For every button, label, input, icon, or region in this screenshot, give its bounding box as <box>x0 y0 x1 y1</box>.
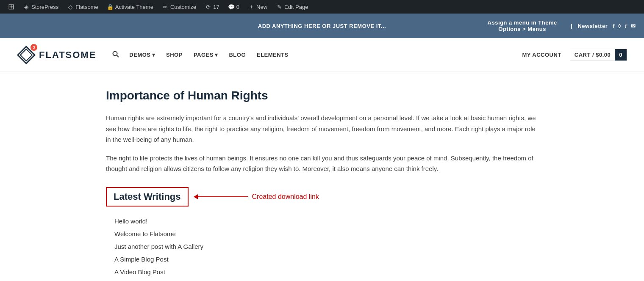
new-label: New <box>256 4 267 10</box>
logo-diamond: 3 <box>17 46 36 64</box>
version-badge: 3 <box>31 44 37 51</box>
comments-count: 0 <box>236 4 239 10</box>
pipe-separator: | <box>571 23 572 29</box>
writing-link-2[interactable]: Welcome to Flatsome <box>114 230 176 237</box>
writing-link-4[interactable]: A Simple Blog Post <box>114 256 169 263</box>
nav-item-demos[interactable]: DEMOS ▾ <box>125 48 159 61</box>
cart-label: CART / $0.00 <box>570 49 615 61</box>
wp-logo-link[interactable]: ⊞ <box>4 0 18 14</box>
writings-list: Hello world! Welcome to Flatsome Just an… <box>114 215 538 278</box>
my-account-link[interactable]: MY ACCOUNT <box>522 52 561 58</box>
latest-writings-header: Latest Writings Created download link <box>106 187 538 207</box>
writing-link-5[interactable]: A Video Blog Post <box>114 268 165 275</box>
cart-count: 0 <box>615 49 627 61</box>
arrow-line <box>197 196 248 197</box>
notification-right: Assign a menu in Theme Options > Menus |… <box>479 19 636 32</box>
flatsome-icon: ◇ <box>67 3 74 10</box>
list-item: Hello world! <box>114 215 538 228</box>
activate-theme-link[interactable]: 🔒 Activate Theme <box>103 0 157 14</box>
pages-chevron-icon: ▾ <box>215 52 218 58</box>
annotation-arrow: Created download link <box>197 193 319 201</box>
page-title: Importance of Human Rights <box>106 89 538 102</box>
page-content: Human rights are extremely important for… <box>106 113 538 174</box>
updates-count: 17 <box>213 4 219 10</box>
svg-point-2 <box>113 51 117 55</box>
list-item: Welcome to Flatsome <box>114 228 538 240</box>
instagram-icon[interactable]: ◊ <box>618 23 621 29</box>
storepress-label: StorePress <box>31 4 58 10</box>
writing-link-1[interactable]: Hello world! <box>114 218 147 225</box>
edit-icon: ✎ <box>276 3 283 10</box>
annotation-text: Created download link <box>252 193 319 201</box>
wp-icon: ⊞ <box>8 3 14 10</box>
pen-icon: ✏ <box>162 3 169 10</box>
notification-bar: ADD ANYTHING HERE OR JUST REMOVE IT... A… <box>0 14 644 38</box>
newsletter-link[interactable]: Newsletter <box>577 23 608 29</box>
nav-item-elements[interactable]: ELEMENTS <box>253 48 293 61</box>
plus-icon: ＋ <box>248 3 255 10</box>
logo-link[interactable]: 3 FLATSOME <box>17 46 96 64</box>
storepress-link[interactable]: ◈ StorePress <box>19 0 62 14</box>
list-item: A Simple Blog Post <box>114 253 538 266</box>
list-item: A Video Blog Post <box>114 266 538 278</box>
updates-icon: ⟳ <box>205 3 211 10</box>
lock-icon: 🔒 <box>107 3 114 10</box>
header-right: MY ACCOUNT CART / $0.00 0 <box>522 49 627 61</box>
latest-writings-title: Latest Writings <box>114 191 181 202</box>
main-nav: DEMOS ▾ SHOP PAGES ▾ BLOG ELEMENTS <box>109 47 292 63</box>
updates-link[interactable]: ⟳ 17 <box>201 0 222 14</box>
activate-theme-label: Activate Theme <box>115 4 153 10</box>
nav-item-blog[interactable]: BLOG <box>225 48 250 61</box>
nav-item-pages[interactable]: PAGES ▾ <box>189 48 222 61</box>
email-icon[interactable]: ✉ <box>631 23 636 29</box>
site-content: Importance of Human Rights Human rights … <box>89 72 555 281</box>
cart-button[interactable]: CART / $0.00 0 <box>570 49 627 61</box>
list-item: Just another post with A Gallery <box>114 240 538 253</box>
paragraph-1: Human rights are extremely important for… <box>106 113 538 145</box>
customize-label: Customize <box>170 4 196 10</box>
storepress-icon: ◈ <box>23 3 30 10</box>
notification-center-text: ADD ANYTHING HERE OR JUST REMOVE IT... <box>165 23 479 29</box>
new-link[interactable]: ＋ New <box>244 0 271 14</box>
search-button[interactable] <box>109 47 122 63</box>
paragraph-2: The right to life protects the lives of … <box>106 153 538 174</box>
edit-page-label: Edit Page <box>284 4 308 10</box>
theme-options-menu-link[interactable]: Assign a menu in Theme Options > Menus <box>479 19 566 32</box>
edit-page-link[interactable]: ✎ Edit Page <box>272 0 311 14</box>
svg-line-3 <box>117 55 119 57</box>
nav-item-shop[interactable]: SHOP <box>162 48 187 61</box>
latest-writings-title-box: Latest Writings <box>106 187 189 207</box>
customize-link[interactable]: ✏ Customize <box>158 0 200 14</box>
demos-chevron-icon: ▾ <box>152 52 155 58</box>
twitter-icon[interactable]: 𝕣 <box>625 23 627 29</box>
social-icons: f ◊ 𝕣 ✉ <box>613 23 636 29</box>
latest-writings-section: Latest Writings Created download link He… <box>106 187 538 278</box>
admin-bar: ⊞ ◈ StorePress ◇ Flatsome 🔒 Activate The… <box>0 0 644 14</box>
site-header: 3 FLATSOME DEMOS ▾ SHOP PAGES ▾ BLOG ELE… <box>0 38 644 72</box>
flatsome-link[interactable]: ◇ Flatsome <box>64 0 101 14</box>
comment-icon: 💬 <box>228 3 235 10</box>
comments-link[interactable]: 💬 0 <box>225 0 243 14</box>
logo-text: FLATSOME <box>39 50 96 61</box>
flatsome-label: Flatsome <box>75 4 98 10</box>
facebook-icon[interactable]: f <box>613 23 615 29</box>
writing-link-3[interactable]: Just another post with A Gallery <box>114 243 203 250</box>
